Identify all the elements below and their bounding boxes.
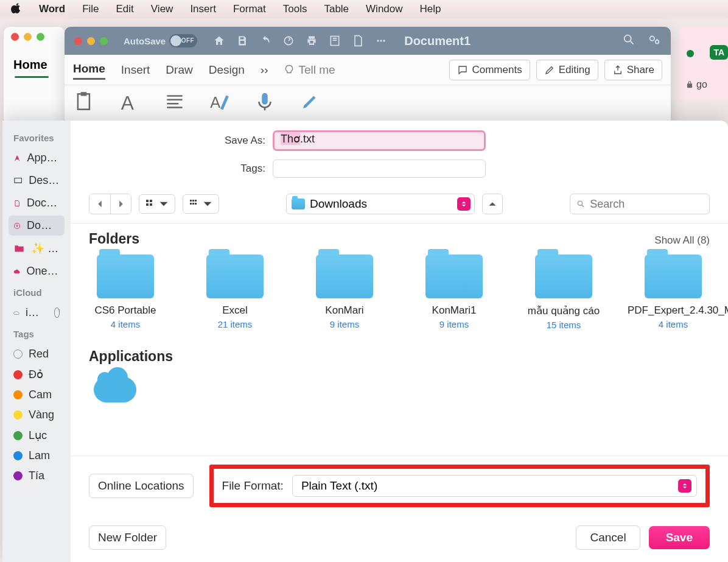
sidebar-item-applications[interactable]: Applicati… [9,148,65,168]
paragraph-tool[interactable] [163,90,186,113]
share-button[interactable]: Share [604,60,662,80]
autosave-toggle[interactable]: AutoSave OFF [124,34,197,47]
folder-name: Excel [222,304,248,317]
more-icon[interactable] [375,35,387,47]
sidebar-tag-item[interactable]: Vàng [9,405,65,425]
svg-rect-17 [146,203,149,206]
search-input[interactable] [590,198,703,211]
word-toolbar: A A [65,85,671,124]
ribbon-tab-draw[interactable]: Draw [166,63,192,77]
search-icon[interactable] [622,33,635,49]
folder-icon [97,255,154,298]
close-button[interactable] [74,37,82,45]
ribbon-tab-insert[interactable]: Insert [121,63,150,77]
nav-back-button[interactable] [89,194,110,214]
folder-item-count: 21 items [218,319,253,329]
ribbon-tab-home[interactable]: Home [73,62,105,80]
folder-item[interactable]: CS6 Portable4 items [89,255,162,330]
tag-label: Lam [29,449,50,462]
folder-icon [425,255,483,298]
editor-tool[interactable] [298,90,321,113]
ribbon-more[interactable]: ›› [261,63,268,77]
svg-point-5 [625,35,631,42]
view-group-mode[interactable] [183,194,219,214]
folder-item[interactable]: mẫu quảng cáo15 items [527,255,600,330]
folders-section-title: Folders [89,231,139,247]
sidebar-item-icloud[interactable]: iCloud… [9,303,65,323]
tag-label: Red [29,348,49,360]
sidebar-item-onedrive[interactable]: OneDrive… [9,261,65,281]
redo-icon[interactable] [282,35,295,47]
sidebar-item-downloads[interactable]: Downloads [9,216,65,236]
folder-item-count: 9 items [330,319,359,329]
app-name[interactable]: Word [39,3,65,15]
menu-edit[interactable]: Edit [116,3,134,15]
search-box[interactable] [570,194,710,214]
menu-table[interactable]: Table [324,3,349,15]
file-format-select[interactable]: Plain Text (.txt) [292,475,697,497]
minimize-button[interactable] [87,37,95,45]
undo-icon[interactable] [259,35,271,47]
print-icon[interactable] [306,35,318,47]
menu-help[interactable]: Help [420,3,441,15]
tell-me-search[interactable]: Tell me [284,63,335,77]
dictate-tool[interactable] [253,90,276,113]
share-icon[interactable] [648,33,661,49]
svg-rect-24 [195,203,197,205]
folder-item[interactable]: PDF_Expert_2.4.30_Mac4 items [637,255,710,330]
application-item[interactable] [89,377,710,402]
menu-insert[interactable]: Insert [190,3,216,15]
sidebar-item-desktop[interactable]: Desktop [9,170,65,191]
folder-item[interactable]: KonMari9 items [308,255,381,330]
editing-button[interactable]: Editing [536,60,598,80]
show-all-link[interactable]: Show All (8) [654,234,710,247]
close-button-bg[interactable] [11,33,19,41]
nav-forward-button[interactable] [110,194,131,214]
paste-tool[interactable] [73,90,96,113]
sidebar-item-emoji-folder[interactable]: ✨ 🧚 [9,238,65,259]
sidebar-tag-item[interactable]: Tía [9,466,65,486]
collapse-button[interactable] [482,194,503,214]
apple-menu[interactable] [11,2,22,16]
save-as-input[interactable]: Thơ.txt [273,130,486,151]
view-icon-mode[interactable] [139,194,175,214]
folder-item[interactable]: KonMari19 items [418,255,491,330]
tag-label: Tía [29,469,44,482]
sidebar-item-documents[interactable]: Documents [9,193,65,213]
location-dropdown[interactable]: Downloads [286,194,475,214]
tags-input[interactable] [273,160,486,178]
sidebar-tag-item[interactable]: Cam [9,385,65,405]
folder-item[interactable]: Excel21 items [198,255,271,330]
zoom-button[interactable] [100,37,108,45]
ribbon-tab-design[interactable]: Design [209,63,245,77]
autosave-switch[interactable]: OFF [169,34,197,47]
template-icon[interactable] [329,35,341,47]
sidebar-tag-item[interactable]: Red [9,344,65,364]
comments-button[interactable]: Comments [449,60,530,80]
menu-window[interactable]: Window [366,3,402,15]
tag-color-icon [13,349,23,359]
home-icon[interactable] [213,35,225,47]
menu-view[interactable]: View [151,3,173,15]
folder-item-count: 15 items [547,320,581,330]
save-button[interactable]: Save [649,526,710,549]
menu-format[interactable]: Format [233,3,266,15]
svg-rect-20 [192,200,194,202]
sidebar-tag-item[interactable]: Đỏ [9,364,65,385]
browser-url-fragment: go [685,79,707,90]
zoom-button-bg[interactable] [37,33,44,41]
sidebar-tag-item[interactable]: Lam [9,446,65,466]
page-icon[interactable] [352,35,364,47]
menu-file[interactable]: File [82,3,99,15]
new-folder-button[interactable]: New Folder [89,525,166,550]
macos-menubar: Word File Edit View Insert Format Tools … [0,0,728,18]
sidebar-tag-item[interactable]: Lục [9,425,65,446]
online-locations-button[interactable]: Online Locations [89,474,194,498]
styles-tool[interactable]: A [208,90,231,113]
menu-tools[interactable]: Tools [283,3,307,15]
cancel-button[interactable]: Cancel [576,525,640,550]
file-browser[interactable]: Folders Show All (8) CS6 Portable4 items… [71,223,728,455]
minimize-button-bg[interactable] [24,33,32,41]
font-tool[interactable]: A [118,90,141,113]
save-icon[interactable] [236,35,248,47]
